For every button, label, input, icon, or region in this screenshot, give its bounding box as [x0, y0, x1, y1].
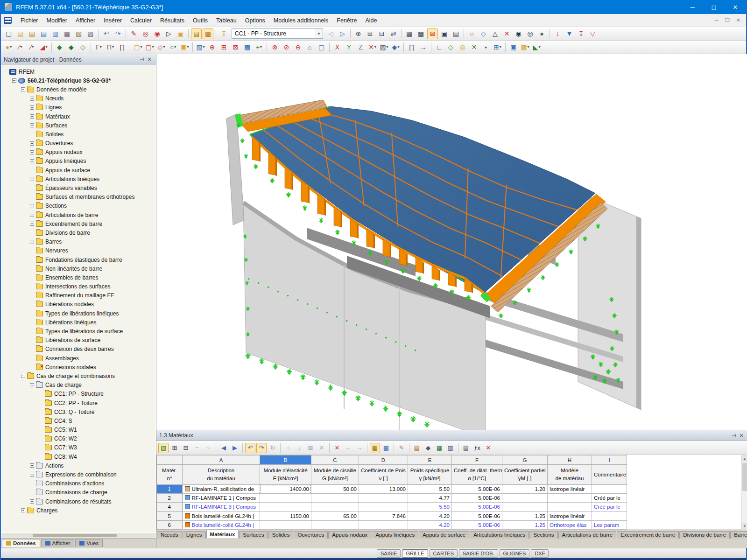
column-letter-B[interactable]: B: [260, 455, 311, 465]
visibility-icon[interactable]: ▣: [508, 42, 519, 53]
status-toggle-dxf[interactable]: DXF: [531, 549, 549, 558]
expand-icon[interactable]: +: [30, 222, 34, 226]
mirror-icon[interactable]: △: [490, 28, 500, 39]
tree-item-articulations-de-barre[interactable]: +Articulations de barre: [3, 210, 155, 219]
render-mode-icon[interactable]: ▩▾: [520, 42, 530, 53]
row-split-icon[interactable]: −: [192, 443, 202, 453]
table-close-icon[interactable]: ✕: [738, 433, 745, 439]
tree-item-cc7-w3[interactable]: CC7: W3: [3, 443, 155, 452]
undo-icon[interactable]: ↶: [101, 28, 112, 39]
material-row-1[interactable]: 1Ultralam-R, sollicitation de1400.0050.0…: [157, 484, 627, 493]
cell-gm[interactable]: 1.20: [502, 484, 548, 493]
table-tab-appuis-lin-iques[interactable]: Appuis linéiques: [372, 531, 418, 539]
edit-cell-icon[interactable]: ✎: [396, 443, 407, 453]
cell-gm[interactable]: [502, 503, 548, 511]
tree-item-excentrement-de-barre[interactable]: +Excentrement de barre: [3, 219, 155, 228]
tree-item-types-de-lib-rations-lin-iques[interactable]: Types de libérations linéiques: [3, 309, 155, 318]
material-row-4[interactable]: 4RF-LAMINATE 3 | Compos5.505.00E-06Créé …: [157, 503, 627, 511]
combo-dropdown-icon[interactable]: ▼: [315, 29, 323, 38]
column-letter-E[interactable]: E: [408, 455, 452, 465]
tree-item-ensembles-de-barres[interactable]: Ensembles de barres: [3, 273, 155, 282]
prev-loadcase-icon[interactable]: ◁: [325, 28, 336, 39]
menu-tableau[interactable]: Tableau: [212, 15, 241, 26]
tree-item-divisions-de-barre[interactable]: Divisions de barre: [3, 228, 155, 237]
navigator-tab-afficher[interactable]: Afficher: [41, 539, 75, 547]
navigator-hscrollbar[interactable]: [2, 533, 155, 538]
axis-z-icon[interactable]: Z: [355, 42, 366, 53]
line-new-icon[interactable]: ∕▾: [15, 42, 26, 53]
zoom-target-icon[interactable]: ◉: [152, 28, 162, 39]
row-number[interactable]: 1: [157, 484, 183, 493]
cell-alpha[interactable]: 5.00E-06: [452, 484, 502, 493]
expand-icon[interactable]: +: [30, 177, 34, 181]
cell-comment[interactable]: [592, 511, 627, 520]
table-tab-appuis-de-surface[interactable]: Appuis de surface: [419, 531, 469, 539]
new-window-icon[interactable]: ▣: [175, 28, 186, 39]
numbering-icon[interactable]: ⊞: [365, 28, 375, 39]
pick-icon[interactable]: ▷: [163, 28, 174, 39]
status-toggle-grille[interactable]: GRILLE: [402, 549, 428, 558]
minimize-button[interactable]: ─: [682, 0, 703, 14]
column-letter-C[interactable]: C: [311, 455, 359, 465]
tree-item-expressions-de-combinaison[interactable]: +Expressions de combinaison: [3, 470, 155, 479]
table-tab-divisions-de-barre[interactable]: Divisions de barre: [679, 531, 730, 539]
tree-item-articulations-lin-iques[interactable]: +Articulations linéiques: [3, 175, 155, 183]
tree-item-lib-rations-nodales[interactable]: Libérations nodales: [3, 300, 155, 309]
header-col-C[interactable]: Module de cisailleG [kN/cm²]: [311, 465, 359, 485]
loads-icon[interactable]: ⊕: [353, 28, 364, 39]
pin-icon[interactable]: ⊣: [138, 56, 146, 63]
menu-aide[interactable]: Aide: [361, 15, 381, 26]
tree-item-appuis-lin-iques[interactable]: +Appuis linéiques: [3, 157, 155, 166]
row-number[interactable]: 6: [157, 520, 183, 529]
cell-alpha[interactable]: 5.00E-06: [452, 520, 502, 529]
menu-ins-rer[interactable]: Insérer: [99, 15, 126, 26]
plane-xy-icon[interactable]: ▣: [439, 28, 450, 39]
menu-calculer[interactable]: Calculer: [126, 15, 156, 26]
status-toggle-glignes[interactable]: GLIGNES: [500, 549, 530, 558]
preview-icon[interactable]: ▨: [85, 28, 96, 39]
scale-icon[interactable]: ⊖: [293, 42, 303, 53]
material-row-6[interactable]: 6Bois lamellé-collé GL24h |4.205.00E-061…: [157, 520, 627, 529]
save-icon[interactable]: ▥: [50, 28, 61, 39]
tree-item-appuis-de-surface[interactable]: Appuis de surface: [3, 166, 155, 175]
material-row-5[interactable]: 5Bois lamellé-collé GL24h |1150.0065.007…: [157, 511, 627, 520]
gem-icon[interactable]: ◆▾: [390, 42, 401, 53]
cell-nu[interactable]: [359, 503, 408, 511]
solid-icon[interactable]: ◇▾: [156, 42, 167, 53]
mdi-close-button[interactable]: ✕: [736, 17, 740, 23]
expand-icon[interactable]: +: [30, 204, 34, 208]
tree-item-cc3-q-toiture[interactable]: CC3: Q - Toiture: [3, 407, 155, 416]
rotate2-icon[interactable]: ⊘: [281, 42, 292, 53]
close-button[interactable]: ✕: [725, 0, 746, 14]
table-tab-mat-riaux[interactable]: Matériaux: [206, 530, 239, 538]
jump-icon[interactable]: ⊠: [305, 443, 316, 453]
row-insert-icon[interactable]: ⊞: [169, 443, 180, 453]
cell-e[interactable]: 1150.00: [260, 511, 311, 520]
clear-icon[interactable]: ✕: [317, 443, 327, 453]
row-number[interactable]: 5: [157, 511, 183, 520]
status-toggle-cartes[interactable]: CARTES: [430, 549, 458, 558]
cell-gm[interactable]: 1.25: [502, 520, 548, 529]
settings-icon[interactable]: ●: [536, 28, 547, 39]
support-node-icon[interactable]: ◆: [54, 42, 65, 53]
loadcase-icon[interactable]: ↧: [218, 28, 229, 39]
zoom-icon[interactable]: ◎: [140, 28, 151, 39]
rib-icon[interactable]: Π▾: [105, 42, 116, 53]
expand-icon[interactable]: +: [30, 123, 34, 127]
cell-model[interactable]: Isotrope linéair: [548, 511, 592, 520]
cell-g[interactable]: 65.00: [311, 511, 359, 520]
tree-item-non-lin-arit-s-de-barre[interactable]: Non-linéarités de barre: [3, 264, 155, 273]
cell-alpha[interactable]: 5.00E-06: [452, 494, 502, 503]
delete-rows-icon[interactable]: ✕: [332, 443, 342, 453]
tree-item-n-uds[interactable]: +Nœuds: [3, 94, 155, 103]
tree-item-lignes[interactable]: +Lignes: [3, 103, 155, 112]
tree-item-lib-rations-de-surface[interactable]: Libérations de surface: [3, 336, 155, 345]
node-del-icon[interactable]: ⊠: [230, 42, 241, 53]
mesh-icon[interactable]: ⊟: [376, 28, 387, 39]
axis-y-icon[interactable]: Y: [344, 42, 354, 53]
excel-icon[interactable]: ▦: [434, 443, 444, 453]
header-col-D[interactable]: Coefficient de Poisν [-]: [359, 465, 408, 485]
cell-comment[interactable]: Créé par le: [592, 503, 627, 511]
expand-icon[interactable]: +: [30, 97, 34, 101]
expand-icon[interactable]: +: [30, 159, 34, 163]
